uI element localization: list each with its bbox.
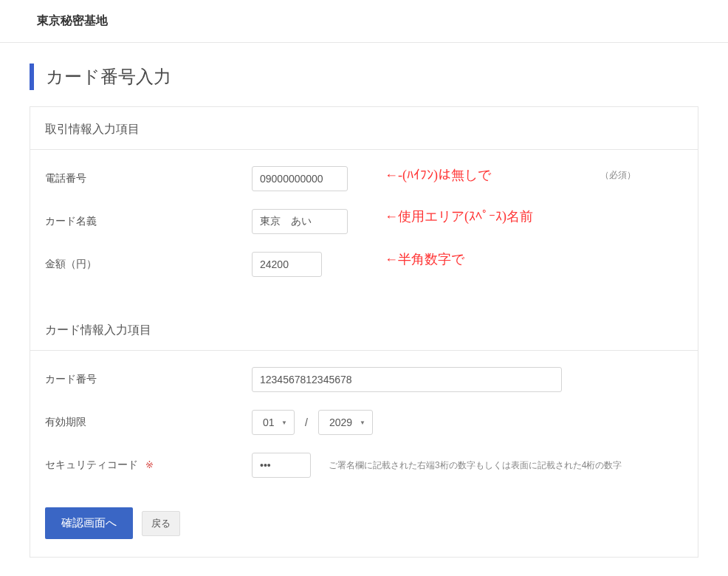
control-cvc: ご署名欄に記載された右端3桁の数字もしくは表面に記載された4桁の数字 xyxy=(252,453,683,478)
label-phone: 電話番号 xyxy=(45,172,252,185)
cvc-input[interactable] xyxy=(252,453,311,478)
actions: 確認画面へ 戻る xyxy=(30,494,698,557)
expiry-month-select[interactable]: 01 xyxy=(252,410,295,435)
site-title: 東京秘密基地 xyxy=(37,13,691,29)
control-expiry: 01 / 2029 xyxy=(252,410,683,435)
cardnumber-input[interactable] xyxy=(252,367,562,392)
cvc-required-mark: ※ xyxy=(145,459,154,470)
back-button[interactable]: 戻る xyxy=(142,511,180,536)
label-cardnumber: カード番号 xyxy=(45,373,252,386)
expiry-month-wrap: 01 xyxy=(252,410,295,435)
header: 東京秘密基地 xyxy=(0,0,728,43)
section-body-transaction: 電話番号 ←-(ﾊｲﾌﾝ)は無しで （必須） カード名義 ←使用エリア(ｽﾍﾟｰ… xyxy=(30,150,698,293)
confirm-button[interactable]: 確認画面へ xyxy=(45,507,133,539)
row-phone: 電話番号 ←-(ﾊｲﾌﾝ)は無しで （必須） xyxy=(45,157,683,200)
label-cardname: カード名義 xyxy=(45,215,252,228)
page-title-wrap: カード番号入力 xyxy=(0,43,728,99)
page-title-bar xyxy=(30,64,34,90)
cardname-input[interactable] xyxy=(252,209,348,234)
row-cardnumber: カード番号 xyxy=(45,358,683,401)
label-cvc: セキュリティコード ※ xyxy=(45,459,252,472)
control-amount xyxy=(252,252,683,277)
label-expiry: 有効期限 xyxy=(45,416,252,429)
expiry-separator: / xyxy=(305,416,308,428)
form-card: 取引情報入力項目 電話番号 ←-(ﾊｲﾌﾝ)は無しで （必須） カード名義 ←使… xyxy=(30,106,698,558)
control-cardname xyxy=(252,209,683,234)
required-tag-phone: （必須） xyxy=(600,169,636,182)
expiry-year-wrap: 2029 xyxy=(318,410,373,435)
label-cvc-text: セキュリティコード xyxy=(45,459,138,470)
row-cardname: カード名義 ←使用エリア(ｽﾍﾟｰｽ)名前 xyxy=(45,200,683,243)
phone-input[interactable] xyxy=(252,166,348,191)
section-heading-cardinfo: カード情報入力項目 xyxy=(30,308,698,351)
cvc-helper: ご署名欄に記載された右端3桁の数字もしくは表面に記載された4桁の数字 xyxy=(329,459,622,472)
amount-input[interactable] xyxy=(252,252,322,277)
row-expiry: 有効期限 01 / 2029 xyxy=(45,401,683,444)
control-cardnumber xyxy=(252,367,683,392)
row-cvc: セキュリティコード ※ ご署名欄に記載された右端3桁の数字もしくは表面に記載され… xyxy=(45,444,683,487)
section-heading-transaction: 取引情報入力項目 xyxy=(30,107,698,150)
expiry-year-select[interactable]: 2029 xyxy=(318,410,373,435)
label-amount: 金額（円） xyxy=(45,258,252,271)
section-body-cardinfo: カード番号 有効期限 01 / 2029 xyxy=(30,351,698,494)
row-amount: 金額（円） ←半角数字で xyxy=(45,243,683,286)
page-title: カード番号入力 xyxy=(46,65,171,89)
